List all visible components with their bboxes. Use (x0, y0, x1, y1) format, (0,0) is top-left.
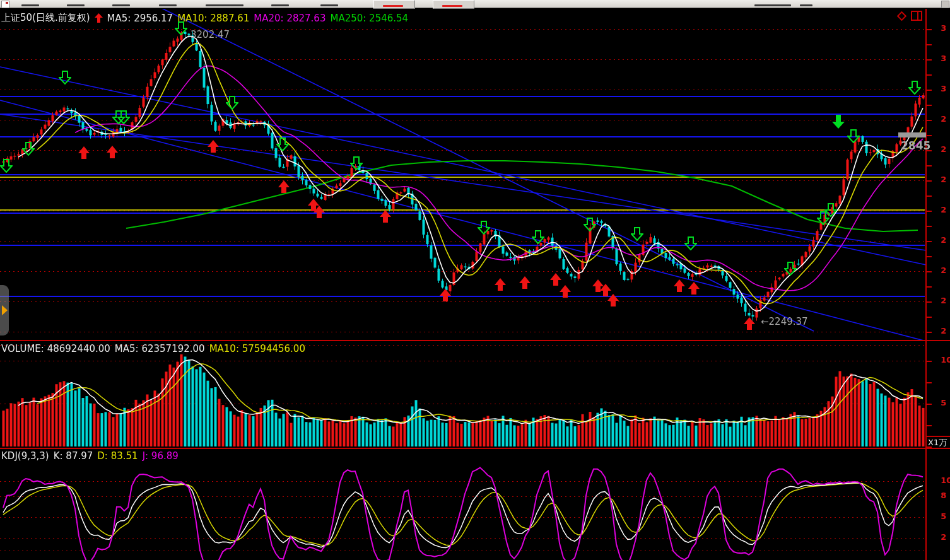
sell-signal-arrow (784, 262, 797, 278)
pane-controls (896, 11, 923, 21)
d-value: D: 83.51 (97, 450, 138, 462)
buy-signal-arrow (278, 180, 290, 195)
menu-item[interactable] (21, 4, 39, 6)
volume-pane-canvas[interactable] (0, 341, 927, 448)
toolbar-red-button-1[interactable] (373, 0, 415, 9)
buy-signal-arrow (314, 206, 325, 221)
axis-tick (927, 29, 932, 30)
y-axis-label: 2 (941, 175, 950, 184)
price-axis (925, 9, 927, 560)
axis-tick (927, 195, 932, 197)
axis-tick (927, 226, 932, 227)
y-axis-label: 8 (941, 491, 950, 500)
y-axis-label: 3 (941, 54, 950, 63)
menu-item[interactable] (206, 4, 243, 6)
axis-tick (927, 211, 932, 212)
sell-signal-arrow (59, 71, 71, 87)
menu-item[interactable] (112, 4, 130, 6)
y-axis-label: 2 (941, 205, 950, 214)
buy-signal-arrow (208, 140, 219, 155)
volume-unit-label: X1万 (928, 437, 947, 448)
pane-separator (0, 448, 950, 449)
axis-tick (927, 382, 932, 383)
y-axis-label: 3 (941, 23, 950, 33)
axis-tick (927, 180, 932, 182)
y-axis-label: 2 (941, 265, 950, 275)
main-chart-canvas[interactable] (0, 9, 927, 340)
ma10-value: MA10: 2887.61 (177, 13, 249, 24)
buy-signal-arrow (560, 285, 571, 300)
buy-signal-arrow (495, 278, 506, 293)
buy-signal-arrow (519, 276, 531, 291)
y-axis-label: 3 (941, 84, 950, 93)
sidebar-drawer-handle[interactable] (0, 285, 9, 335)
last-price-label: 2845 (901, 139, 930, 152)
menu-item[interactable] (320, 4, 338, 6)
sell-signal-arrow (22, 142, 35, 158)
volume-value: VOLUME: 48692440.00 (1, 343, 110, 354)
y-axis-label: 10 (941, 475, 950, 485)
axis-tick (927, 90, 932, 91)
axis-tick (927, 105, 932, 106)
volume-ma10-value: MA10: 57594456.00 (209, 343, 305, 354)
buy-signal-arrow (440, 289, 451, 304)
sell-signal-arrow (631, 227, 643, 243)
menu-item[interactable] (67, 4, 85, 6)
axis-tick (927, 165, 932, 166)
axis-tick (927, 120, 932, 121)
app-logo-icon (1, 1, 9, 8)
axis-tick (927, 332, 932, 333)
y-axis-label: 2 (941, 532, 950, 542)
kdj-pane-canvas[interactable] (0, 449, 927, 560)
menu-item[interactable] (800, 4, 812, 6)
ma250-value: MA250: 2546.54 (330, 13, 408, 24)
sell-signal-arrow (276, 137, 289, 154)
axis-tick (927, 135, 932, 136)
menu-item[interactable] (754, 4, 791, 6)
toolbar-grip[interactable] (941, 1, 949, 8)
sell-signal-arrow (908, 81, 921, 97)
buy-signal-arrow (674, 279, 685, 295)
axis-tick (927, 286, 932, 288)
sell-signal-arrow (824, 203, 837, 219)
volume-ma5-value: MA5: 62357192.00 (115, 343, 205, 354)
menu-item[interactable] (271, 4, 289, 6)
menu-item[interactable] (159, 4, 177, 6)
sell-signal-arrow (117, 110, 130, 127)
chart-title: 上证50(日线.前复权) (1, 12, 90, 24)
split-window-icon[interactable] (911, 11, 923, 21)
last-price-band (898, 132, 926, 137)
ma5-value: MA5: 2956.17 (107, 13, 173, 24)
trough-price-label: ←2249.37 (761, 316, 808, 327)
buy-signal-arrow (107, 146, 118, 161)
y-axis-label: 10 (941, 355, 950, 365)
y-axis-label: 2 (941, 114, 950, 124)
axis-tick (927, 74, 932, 76)
toolbar (0, 0, 950, 8)
axis-tick (927, 361, 932, 362)
buy-signal-arrow (380, 210, 391, 225)
y-axis-label: 2 (941, 235, 950, 245)
axis-tick (927, 271, 932, 272)
axis-tick (927, 241, 932, 242)
axis-tick (927, 301, 932, 303)
buy-signal-arrow (607, 294, 619, 309)
axis-tick (927, 404, 932, 405)
sell-signal-arrow-solid (832, 115, 845, 131)
toolbar-red-button-2[interactable] (433, 0, 474, 9)
sell-signal-arrow (684, 236, 697, 253)
diamond-icon[interactable] (896, 11, 907, 21)
buy-signal-arrow (78, 146, 90, 161)
buy-signal-arrow (688, 282, 700, 297)
j-value: J: 96.89 (143, 450, 179, 462)
price-up-arrow-icon (95, 13, 103, 23)
sell-signal-arrow (0, 159, 13, 175)
peak-price-label: 3202.47 (191, 29, 230, 40)
main-chart-header: 上证50(日线.前复权) MA5: 2956.17 MA10: 2887.61 … (1, 12, 408, 24)
axis-tick (927, 44, 932, 45)
y-axis-label: 5 (941, 511, 950, 521)
volume-header: VOLUME: 48692440.00 MA5: 62357192.00 MA1… (1, 343, 305, 354)
sell-signal-arrow (847, 129, 860, 146)
sell-signal-arrow (532, 230, 544, 247)
sell-signal-arrow (478, 221, 490, 237)
